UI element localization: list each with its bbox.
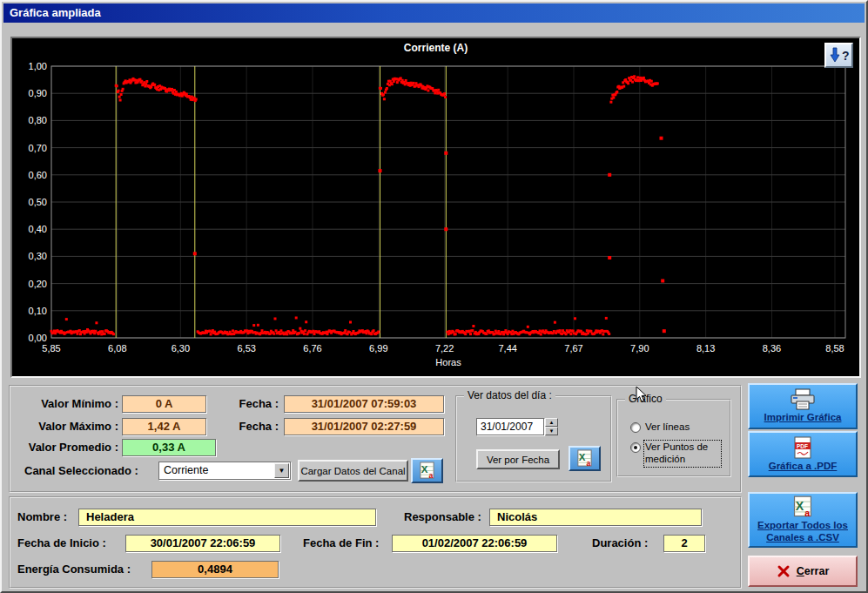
fecha-max-value: 31/01/2007 02:27:59 [284,418,444,435]
svg-text:PDF: PDF [797,442,808,448]
svg-text:0,50: 0,50 [29,197,47,207]
valor-promedio-label: Valor Promedio : [12,441,118,454]
fecha-dia-input[interactable]: 31/01/2007 [476,418,544,435]
grafica-ampliada-window: Gráfica ampliada Corriente (A) 5,856,086… [0,0,868,593]
current-chart: 5,856,086,306,536,766,997,227,447,677,90… [12,38,859,376]
cerrar-label: Cerrar [797,565,830,577]
imprimir-grafica-label: Imprimir Gráfica [764,412,842,424]
canal-combobox-value: Corriente [164,464,208,476]
help-button[interactable]: ? [824,43,853,68]
svg-text:0,30: 0,30 [29,251,47,261]
help-arrow-icon: ? [829,47,850,64]
svg-text:6,30: 6,30 [172,343,190,354]
svg-text:0,00: 0,00 [29,333,47,343]
valor-minimo-label: Valor Mínimo : [12,397,118,410]
grafico-group-title: Gráfico [625,393,666,405]
valor-promedio-value: 0,33 A [122,439,216,456]
cerrar-button[interactable]: Cerrar [748,556,858,587]
radio-circle-selected-icon[interactable] [630,442,641,453]
svg-text:8,36: 8,36 [763,343,781,354]
svg-text:7,67: 7,67 [564,343,582,354]
duracion-value: 2 [663,535,705,552]
window-title: Gráfica ampliada [10,6,101,19]
exportar-csv-button[interactable]: X a Exportar Todos los Canales a .CSV [748,492,858,548]
fecha-fin-label: Fecha de Fin : [303,536,379,549]
svg-text:X: X [579,452,586,462]
imprimir-grafica-button[interactable]: Imprimir Gráfica [748,383,858,429]
svg-text:0,80: 0,80 [29,115,47,125]
grafico-group: Gráfico Ver líneas Ver Puntos de medició… [616,399,731,477]
svg-text:0,60: 0,60 [29,170,47,180]
fecha-dia-spinner[interactable]: ▲ ▼ [545,418,558,435]
svg-text:X: X [421,464,428,475]
info-panel: Nombre : Heladera Responsable : Nicolás … [9,496,742,589]
responsable-label: Responsable : [404,510,481,523]
radio-ver-puntos-label: Ver Puntos de medición [645,441,720,466]
radio-ver-puntos[interactable]: Ver Puntos de medición [630,441,720,466]
svg-text:6,53: 6,53 [237,343,255,354]
nombre-label: Nombre : [17,510,67,523]
close-x-icon [777,564,791,578]
energia-consumida-label: Energía Consumida : [17,563,131,576]
radio-ver-lineas-label: Ver líneas [645,421,690,434]
ver-por-fecha-button[interactable]: Ver por Fecha [476,449,560,469]
svg-text:Horas: Horas [435,357,461,367]
svg-text:a: a [804,508,810,518]
responsable-value: Nicolás [489,509,702,526]
titlebar[interactable]: Gráfica ampliada [3,3,865,23]
grafica-pdf-button[interactable]: PDF Gráfica a .PDF [748,431,858,477]
radio-circle-icon[interactable] [630,422,641,433]
svg-text:0,70: 0,70 [29,143,47,153]
combo-dropdown-icon[interactable]: ▼ [274,463,289,478]
export-canal-excel-button[interactable]: X a [411,458,443,483]
energia-consumida-value: 0,4894 [151,561,279,578]
spinner-down-icon[interactable]: ▼ [545,427,558,435]
ver-datos-group: Ver datos del día : 31/01/2007 ▲ ▼ Ver p… [455,395,612,482]
fecha-max-label: Fecha : [228,420,279,433]
svg-text:8,58: 8,58 [825,343,844,354]
svg-text:0,10: 0,10 [29,306,47,316]
duracion-label: Duración : [592,536,648,549]
svg-text:7,44: 7,44 [498,343,516,354]
stats-panel: Valor Mínimo : 0 A Valor Máximo : 1,42 A… [9,385,742,493]
grafica-pdf-label: Gráfica a .PDF [769,461,838,473]
svg-text:5,85: 5,85 [42,343,60,354]
valor-maximo-label: Valor Máximo : [12,420,118,433]
svg-text:a: a [428,471,433,480]
svg-text:0,90: 0,90 [29,88,47,98]
fecha-inicio-label: Fecha de Inicio : [17,536,106,549]
radio-ver-lineas[interactable]: Ver líneas [630,421,690,434]
spinner-up-icon[interactable]: ▲ [545,418,558,427]
canal-combobox[interactable]: Corriente ▼ [158,462,291,480]
svg-text:1,00: 1,00 [29,61,47,71]
export-dia-excel-button[interactable]: X a [569,446,601,471]
cargar-datos-label: Cargar Datos del Canal [300,466,405,476]
printer-icon [788,388,818,410]
excel-icon: X a [575,449,594,468]
valor-maximo-value: 1,42 A [122,418,206,435]
fecha-min-label: Fecha : [228,397,279,410]
ver-por-fecha-label: Ver por Fecha [487,455,549,465]
svg-text:7,22: 7,22 [435,343,454,354]
fecha-min-value: 31/01/2007 07:59:03 [284,395,444,413]
svg-text:0,20: 0,20 [29,279,47,289]
svg-text:a: a [586,459,590,468]
pdf-icon: PDF [792,436,813,459]
ver-datos-group-title: Ver datos del día : [464,389,555,401]
svg-text:?: ? [842,49,850,63]
svg-text:6,76: 6,76 [303,343,321,354]
canal-seleccionado-label: Canal Seleccionado : [24,464,138,477]
excel-icon: X a [791,495,814,518]
nombre-value: Heladera [78,509,376,526]
svg-text:6,08: 6,08 [108,343,126,354]
svg-text:0,40: 0,40 [29,224,47,234]
chart-panel: Corriente (A) 5,856,086,306,536,766,997,… [10,37,861,378]
svg-text:X: X [796,499,804,513]
exportar-csv-label: Exportar Todos los Canales a .CSV [751,520,854,544]
cargar-datos-button[interactable]: Cargar Datos del Canal [298,460,408,482]
fecha-fin-value: 01/02/2007 22:06:59 [392,535,557,552]
fecha-inicio-value: 30/01/2007 22:06:59 [125,535,280,552]
svg-text:8,13: 8,13 [696,343,715,354]
valor-minimo-value: 0 A [122,395,206,413]
excel-icon: X a [418,462,436,480]
